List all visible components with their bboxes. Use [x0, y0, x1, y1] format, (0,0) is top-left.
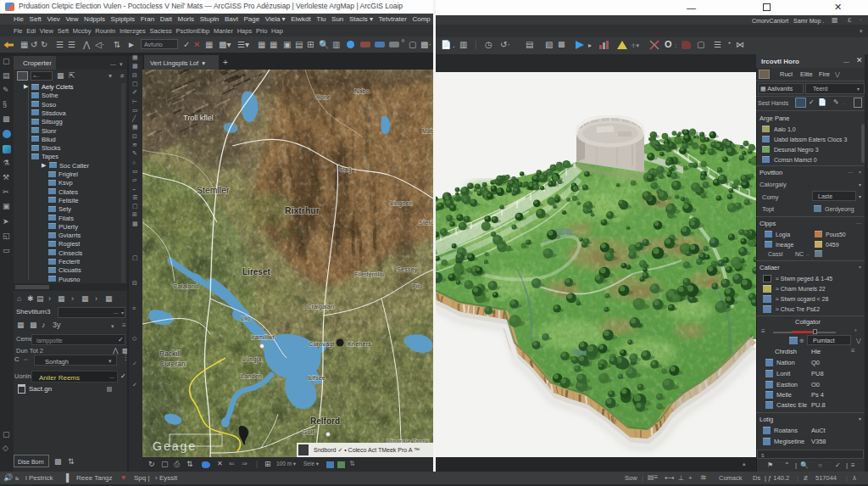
svg-text:Sndbord ✓ • Coleco Act TMeek P: Sndbord ✓ • Coleco Act TMeek Pro A ™ [314, 447, 420, 453]
svg-text:Longja: Longja [242, 355, 262, 363]
svg-text:Troll kflel: Troll kflel [183, 114, 214, 122]
svg-text:Knehers: Knehers [348, 340, 371, 348]
svg-text:Stero: Stero [419, 219, 433, 226]
svg-text:Lifsee: Lifsee [309, 374, 326, 382]
svg-text:Geage: Geage [153, 439, 197, 453]
svg-text:Fllerfernllo: Fllerfernllo [354, 271, 384, 278]
svg-text:Lilo: Lilo [241, 315, 251, 322]
svg-text:Stag: Stag [339, 166, 352, 173]
svg-text:Stemller: Stemller [197, 185, 230, 195]
svg-text:Craigalan: Craigalan [307, 303, 334, 310]
svg-text:Sessey: Sessey [397, 265, 418, 273]
svg-text:Rixtrhur: Rixtrhur [285, 205, 320, 215]
svg-text:Cureran: Cureran [159, 360, 186, 368]
svg-text:Lireset: Lireset [242, 267, 270, 277]
svg-text:Cataland: Cataland [173, 282, 198, 290]
svg-text:Gulf: Gulf [302, 428, 314, 436]
svg-text:Nabo: Nabo [354, 87, 370, 95]
svg-text:Landen: Landen [241, 372, 262, 380]
svg-text:Iramlilwf: Iramlilwf [251, 333, 275, 341]
svg-text:Rackill: Rackill [159, 349, 181, 358]
svg-text:Mab: Mab [422, 128, 433, 134]
svg-text:Lingnen: Lingnen [390, 199, 413, 207]
svg-text:Curovagt: Curovagt [309, 340, 335, 348]
svg-text:Relford: Relford [310, 416, 340, 426]
svg-text:Hone: Hone [316, 94, 331, 100]
svg-text:Pito: Pito [412, 283, 422, 289]
